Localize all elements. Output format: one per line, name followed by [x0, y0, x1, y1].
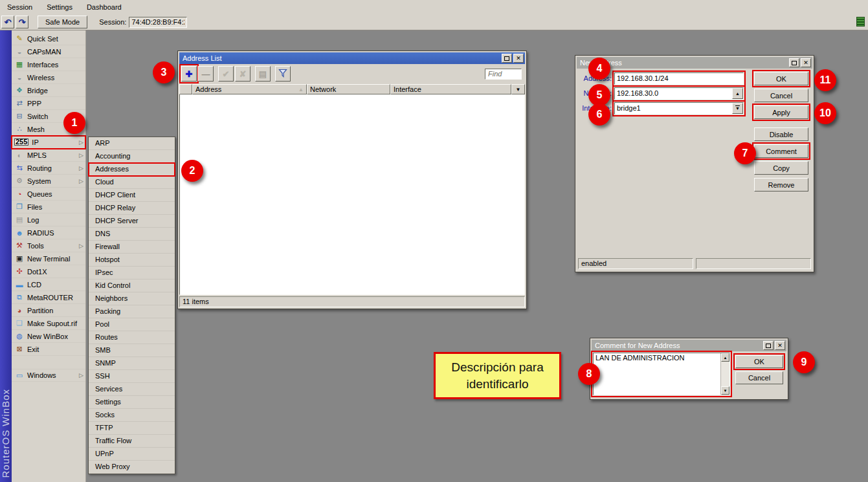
menu-settings[interactable]: Settings [39, 3, 80, 11]
scrollbar[interactable]: ▲ ▼ [720, 353, 729, 395]
comment-button[interactable]: Comment [754, 144, 808, 158]
submenu-item-firewall[interactable]: Firewall [89, 241, 175, 254]
comment-ok-button[interactable]: OK [735, 355, 783, 368]
enable-button[interactable]: ✔ [218, 66, 234, 82]
sidebar-item-ppp[interactable]: ⇄PPP [12, 97, 85, 110]
submenu-item-routes[interactable]: Routes [89, 331, 175, 344]
submenu-item-ipsec[interactable]: IPsec [89, 267, 175, 279]
sidebar-item-system[interactable]: ⚙System▷ [12, 175, 85, 188]
disable-button[interactable]: ✘ [235, 66, 250, 82]
submenu-item-snmp[interactable]: SNMP [89, 357, 175, 370]
column-address[interactable]: Address▲ [192, 84, 307, 94]
comment-button[interactable]: ▤ [255, 66, 271, 82]
connection-quality-icon [856, 17, 865, 27]
close-button[interactable]: ✕ [801, 58, 811, 67]
filter-button[interactable] [275, 66, 291, 82]
maximize-button[interactable] [763, 341, 773, 350]
close-button[interactable]: ✕ [513, 54, 524, 63]
sidebar-item-interfaces[interactable]: ▦Interfaces [12, 58, 85, 71]
sidebar-item-bridge[interactable]: ❖Bridge [12, 84, 85, 97]
sidebar-item-tools[interactable]: ⚒Tools▷ [12, 239, 85, 252]
submenu-item-addresses[interactable]: Addresses [89, 163, 175, 176]
disable-button[interactable]: Disable [754, 127, 808, 141]
submenu-item-smb[interactable]: SMB [89, 344, 175, 357]
column-interface[interactable]: Interface [390, 84, 511, 94]
submenu-item-accounting[interactable]: Accounting [89, 150, 175, 163]
address-input[interactable] [615, 73, 743, 84]
submenu-item-tftp[interactable]: TFTP [89, 422, 175, 435]
submenu-item-pool[interactable]: Pool [89, 318, 175, 331]
submenu-item-web-proxy[interactable]: Web Proxy [89, 461, 175, 474]
session-input[interactable] [129, 17, 187, 28]
safe-mode-button[interactable]: Safe Mode [38, 16, 87, 28]
submenu-item-ssh[interactable]: SSH [89, 370, 175, 383]
submenu-item-packing[interactable]: Packing [89, 305, 175, 318]
sidebar-item-log[interactable]: ▤Log [12, 214, 85, 226]
sidebar-item-windows[interactable]: ▭Windows▷ [12, 369, 85, 382]
sidebar-item-quick-set[interactable]: ✎Quick Set [12, 32, 85, 45]
close-button[interactable]: ✕ [775, 341, 785, 350]
brand-text: RouterOS WinBox [0, 389, 12, 478]
menu-session[interactable]: Session [0, 3, 39, 11]
submenu-item-dhcp-server[interactable]: DHCP Server [89, 215, 175, 228]
submenu-item-services[interactable]: Services [89, 383, 175, 396]
copy-button[interactable]: Copy [754, 161, 808, 175]
network-input[interactable] [615, 88, 732, 99]
submenu-item-dhcp-client[interactable]: DHCP Client [89, 189, 175, 202]
remove-button[interactable]: Remove [754, 178, 808, 192]
maximize-button[interactable] [789, 58, 799, 67]
submenu-item-settings[interactable]: Settings [89, 396, 175, 409]
arrow-up-icon: ▲ [735, 91, 740, 96]
column-selector[interactable] [179, 84, 192, 94]
sidebar-item-routing[interactable]: ⇆Routing▷ [12, 162, 85, 175]
submenu-item-kid-control[interactable]: Kid Control [89, 279, 175, 292]
sidebar-item-wireless[interactable]: ◒Wireless [12, 71, 85, 84]
sidebar-item-lcd[interactable]: ▬LCD [12, 278, 85, 291]
submenu-item-socks[interactable]: Socks [89, 409, 175, 422]
maximize-button[interactable] [502, 54, 512, 63]
submenu-item-dns[interactable]: DNS [89, 228, 175, 241]
sidebar-item-mpls[interactable]: ◐MPLS▷ [12, 149, 85, 162]
scroll-down-button[interactable]: ▼ [721, 386, 729, 395]
submenu-item-dhcp-relay[interactable]: DHCP Relay [89, 202, 175, 215]
sidebar-item-ip[interactable]: 255IP▷ [12, 136, 85, 149]
sidebar-item-new-winbox[interactable]: ◍New WinBox [12, 330, 85, 343]
maximize-icon [766, 344, 771, 348]
column-options-button[interactable]: ▼ [511, 84, 525, 94]
address-list-body[interactable] [179, 94, 525, 295]
ok-button[interactable]: OK [754, 72, 808, 85]
column-network[interactable]: Network [307, 84, 390, 94]
menu-dashboard[interactable]: Dashboard [80, 3, 129, 11]
scroll-up-button[interactable]: ▲ [721, 353, 729, 362]
sidebar-item-new-terminal[interactable]: ▣New Terminal [12, 252, 85, 265]
apply-button[interactable]: Apply [754, 105, 808, 119]
submenu-item-traffic-flow[interactable]: Traffic Flow [89, 435, 175, 448]
sidebar-item-partition[interactable]: ◕Partition [12, 304, 85, 317]
submenu-item-neighbors[interactable]: Neighbors [89, 292, 175, 305]
sidebar-item-queues[interactable]: ◔Queues [12, 188, 85, 201]
remove-button[interactable]: — [198, 66, 214, 82]
redo-button[interactable]: ↷ [16, 16, 28, 28]
comment-cancel-button[interactable]: Cancel [735, 371, 783, 384]
undo-button[interactable]: ↶ [1, 16, 14, 28]
collapse-up-button[interactable]: ▲ [732, 88, 743, 99]
dropdown-button[interactable]: ▼ [732, 103, 743, 114]
sidebar-item-capsman[interactable]: ◒CAPsMAN [12, 45, 85, 58]
sidebar-item-exit[interactable]: ⊠Exit [12, 343, 85, 356]
cancel-button[interactable]: Cancel [754, 89, 808, 102]
submenu-item-upnp[interactable]: UPnP [89, 448, 175, 461]
sidebar-item-dot1x[interactable]: ✣Dot1X [12, 265, 85, 278]
interface-select[interactable]: bridge1 [615, 103, 732, 114]
sidebar-item-files[interactable]: ❐Files [12, 201, 85, 214]
sidebar-item-make-supout-rif[interactable]: ❏Make Supout.rif [12, 317, 85, 330]
comment-body: LAN DE ADMINISTRACION ▲ ▼ OKCancel [592, 351, 786, 398]
scroll-track[interactable] [721, 362, 729, 386]
sidebar-item-radius[interactable]: ☻RADIUS [12, 226, 85, 239]
find-input[interactable] [485, 69, 522, 80]
submenu-item-arp[interactable]: ARP [89, 137, 175, 150]
add-button[interactable]: ✚ [181, 66, 197, 82]
submenu-item-hotspot[interactable]: Hotspot [89, 254, 175, 267]
submenu-item-cloud[interactable]: Cloud [89, 176, 175, 189]
comment-textarea[interactable]: LAN DE ADMINISTRACION [594, 353, 720, 395]
sidebar-item-metarouter[interactable]: ⧉MetaROUTER [12, 291, 85, 304]
